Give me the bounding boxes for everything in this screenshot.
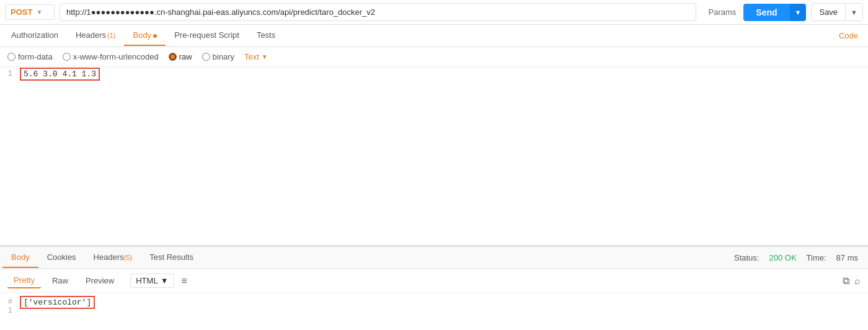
response-toolbar: Pretty Raw Preview HTML ▼ ≡ ⧉ ⌕ xyxy=(0,269,868,293)
tab-body-dot xyxy=(153,34,157,38)
tab-tests[interactable]: Tests xyxy=(248,25,284,46)
code-link[interactable]: Code xyxy=(831,31,866,40)
radio-raw-input[interactable] xyxy=(169,53,177,61)
radio-binary-input[interactable] xyxy=(202,53,210,61)
response-editor[interactable]: # 1 ['versicolor'] xyxy=(0,293,868,330)
top-bar: POST ▼ Params Send ▼ Save ▼ xyxy=(0,0,868,25)
resp-tab-raw[interactable]: Raw xyxy=(46,274,74,288)
bottom-tab-headers-label: Headers xyxy=(94,252,124,262)
resp-tab-pretty[interactable]: Pretty xyxy=(7,273,41,288)
tab-pre-request[interactable]: Pre-request Script xyxy=(166,25,248,46)
status-label: Status: xyxy=(734,253,759,262)
method-chevron: ▼ xyxy=(36,9,42,16)
radio-form-data-label: form-data xyxy=(18,52,53,61)
time-value: 87 ms xyxy=(836,253,858,262)
bottom-tab-body[interactable]: Body xyxy=(2,248,38,268)
wrap-icon[interactable]: ≡ xyxy=(182,275,187,287)
tab-pre-request-label: Pre-request Script xyxy=(174,30,239,40)
radio-urlencoded-input[interactable] xyxy=(63,53,71,61)
radio-urlencoded-label: x-www-form-urlencoded xyxy=(73,52,159,61)
bottom-tab-test-results-label: Test Results xyxy=(149,252,193,262)
tab-headers-badge: (1) xyxy=(107,32,115,39)
highlighted-request-content: 5.6 3.0 4.1 1.3 xyxy=(20,68,100,81)
save-dropdown-button[interactable]: ▼ xyxy=(845,4,862,20)
method-select[interactable]: POST ▼ xyxy=(5,4,55,20)
text-format-label: Text xyxy=(244,52,259,61)
radio-form-data-input[interactable] xyxy=(7,53,16,61)
bottom-tab-test-results[interactable]: Test Results xyxy=(141,248,202,268)
response-line-number-1: # 1 xyxy=(0,298,20,315)
highlighted-response-content: ['versicolor'] xyxy=(20,296,95,309)
radio-raw[interactable]: raw xyxy=(169,52,192,61)
radio-binary[interactable]: binary xyxy=(202,52,234,61)
bottom-tab-cookies-label: Cookies xyxy=(47,252,76,262)
bottom-tabs: Body Cookies Headers(5) Test Results Sta… xyxy=(0,247,868,269)
tab-body-label: Body xyxy=(133,30,151,40)
format-chevron: ▼ xyxy=(161,276,169,285)
bottom-tab-cookies[interactable]: Cookies xyxy=(38,248,85,268)
body-toolbar: form-data x-www-form-urlencoded raw bina… xyxy=(0,47,868,67)
tab-tests-label: Tests xyxy=(257,30,275,40)
text-format-dropdown[interactable]: Text ▼ xyxy=(244,52,268,61)
url-input[interactable] xyxy=(60,3,696,21)
status-value: 200 OK xyxy=(769,253,796,262)
main-container: POST ▼ Params Send ▼ Save ▼ Authorizatio… xyxy=(0,0,868,330)
send-button[interactable]: Send xyxy=(743,4,789,21)
tab-headers-label: Headers xyxy=(76,30,106,40)
bottom-tab-headers[interactable]: Headers(5) xyxy=(85,248,141,268)
tab-headers[interactable]: Headers(1) xyxy=(67,25,125,46)
response-actions: ⧉ ⌕ xyxy=(843,275,861,287)
request-editor[interactable]: 1 5.6 3.0 4.1 1.3 xyxy=(0,67,868,247)
method-label: POST xyxy=(11,7,32,17)
line-number-1: 1 xyxy=(0,69,20,78)
radio-raw-label: raw xyxy=(179,52,192,61)
editor-line-1: 1 5.6 3.0 4.1 1.3 xyxy=(0,67,868,81)
save-btn-group: Save ▼ xyxy=(811,3,863,21)
resp-tab-preview[interactable]: Preview xyxy=(79,274,120,288)
bottom-tab-body-label: Body xyxy=(11,252,30,262)
status-info: Status: 200 OK Time: 87 ms xyxy=(734,253,866,262)
format-dropdown[interactable]: HTML ▼ xyxy=(130,274,174,288)
tab-authorization[interactable]: Authorization xyxy=(2,25,67,46)
copy-response-button[interactable]: ⧉ xyxy=(843,275,849,287)
time-label: Time: xyxy=(807,253,826,262)
search-response-button[interactable]: ⌕ xyxy=(854,275,861,287)
send-btn-group: Send ▼ xyxy=(743,4,806,21)
tab-body[interactable]: Body xyxy=(124,25,166,46)
params-button[interactable]: Params xyxy=(701,4,744,20)
format-label: HTML xyxy=(136,276,157,285)
line-content-1: 5.6 3.0 4.1 1.3 xyxy=(20,69,868,79)
radio-binary-label: binary xyxy=(213,52,234,61)
response-line-1: # 1 ['versicolor'] xyxy=(0,295,868,318)
nav-tabs: Authorization Headers(1) Body Pre-reques… xyxy=(0,25,868,47)
bottom-tab-headers-badge: (5) xyxy=(124,254,132,261)
tab-authorization-label: Authorization xyxy=(11,30,58,40)
bottom-section: Body Cookies Headers(5) Test Results Sta… xyxy=(0,247,868,330)
response-line-content-1: ['versicolor'] xyxy=(20,298,868,307)
radio-form-data[interactable]: form-data xyxy=(7,52,53,61)
save-button[interactable]: Save xyxy=(812,4,845,20)
radio-urlencoded[interactable]: x-www-form-urlencoded xyxy=(63,52,159,61)
text-format-chevron: ▼ xyxy=(262,53,268,60)
send-dropdown-button[interactable]: ▼ xyxy=(790,4,807,21)
